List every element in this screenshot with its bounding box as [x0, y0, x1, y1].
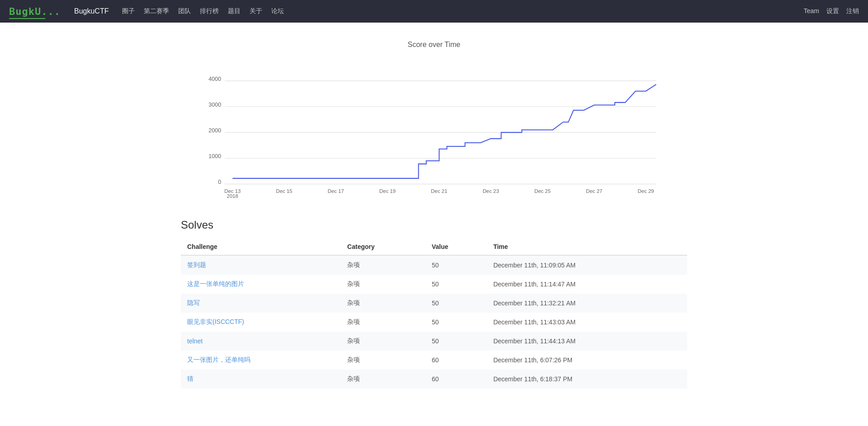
category-cell: 杂项: [341, 313, 425, 332]
challenge-link[interactable]: 眼见非实(ISCCCTF): [181, 313, 341, 332]
challenge-link[interactable]: 签到题: [181, 255, 341, 275]
table-body: 签到题杂项50December 11th, 11:09:05 AM这是一张单纯的…: [181, 255, 687, 389]
svg-text:Dec 27: Dec 27: [586, 188, 602, 194]
value-cell: 60: [425, 351, 487, 370]
value-cell: 50: [425, 332, 487, 351]
value-cell: 50: [425, 313, 487, 332]
value-cell: 50: [425, 294, 487, 313]
nav-brand: BugkuCTF: [74, 7, 108, 15]
nav-right: Team 设置 注销: [804, 7, 859, 15]
col-challenge: Challenge: [181, 239, 341, 255]
score-line: [232, 84, 656, 178]
col-time: Time: [487, 239, 687, 255]
table-row: 签到题杂项50December 11th, 11:09:05 AM: [181, 255, 687, 275]
challenge-link[interactable]: 猜: [181, 370, 341, 389]
svg-text:Dec 17: Dec 17: [328, 188, 344, 194]
svg-text:4000: 4000: [208, 76, 221, 82]
category-cell: 杂项: [341, 351, 425, 370]
challenge-link[interactable]: telnet: [181, 332, 341, 351]
value-cell: 60: [425, 370, 487, 389]
category-cell: 杂项: [341, 275, 425, 294]
challenge-link[interactable]: 隐写: [181, 294, 341, 313]
solves-title: Solves: [181, 219, 687, 231]
time-cell: December 11th, 11:09:05 AM: [487, 255, 687, 275]
category-cell: 杂项: [341, 255, 425, 275]
svg-text:1000: 1000: [208, 153, 221, 159]
nav-link-about[interactable]: 关于: [250, 7, 262, 15]
table-row: 这是一张单纯的图片杂项50December 11th, 11:14:47 AM: [181, 275, 687, 294]
challenge-link[interactable]: 这是一张单纯的图片: [181, 275, 341, 294]
nav-logo: BugkU...: [9, 6, 61, 17]
category-cell: 杂项: [341, 370, 425, 389]
time-cell: December 11th, 11:43:03 AM: [487, 313, 687, 332]
nav-link-rank[interactable]: 排行榜: [200, 7, 219, 15]
svg-text:3000: 3000: [208, 102, 221, 108]
challenge-link[interactable]: 又一张图片，还单纯吗: [181, 351, 341, 370]
category-cell: 杂项: [341, 332, 425, 351]
value-cell: 50: [425, 275, 487, 294]
svg-text:0: 0: [218, 179, 221, 185]
svg-text:2000: 2000: [208, 127, 221, 134]
nav-link-challenges[interactable]: 题目: [228, 7, 241, 15]
logo-underline: [9, 18, 45, 19]
logo-text: BugkU...: [9, 6, 61, 17]
svg-text:Dec 13: Dec 13: [224, 188, 241, 194]
nav-link-team[interactable]: 团队: [178, 7, 191, 15]
nav-links: 圈子 第二赛季 团队 排行榜 题目 关于 论坛: [122, 7, 803, 15]
col-category: Category: [341, 239, 425, 255]
time-cell: December 11th, 11:14:47 AM: [487, 275, 687, 294]
score-chart: 0 1000 2000 3000 4000 Dec 13 2018 Dec 15…: [181, 56, 687, 201]
svg-text:Dec 19: Dec 19: [379, 188, 396, 194]
svg-text:Dec 15: Dec 15: [276, 188, 292, 194]
nav-logout-link[interactable]: 注销: [846, 7, 859, 15]
nav-link-season2[interactable]: 第二赛季: [144, 7, 169, 15]
time-cell: December 11th, 6:07:26 PM: [487, 351, 687, 370]
chart-title: Score over Time: [181, 41, 687, 49]
svg-text:Dec 29: Dec 29: [638, 188, 654, 194]
table-row: telnet杂项50December 11th, 11:44:13 AM: [181, 332, 687, 351]
svg-text:Dec 25: Dec 25: [534, 188, 551, 194]
time-cell: December 11th, 11:44:13 AM: [487, 332, 687, 351]
nav-link-forum[interactable]: 论坛: [271, 7, 284, 15]
col-value: Value: [425, 239, 487, 255]
main-content: Score over Time 0 1000 2000 3000 4000 De…: [163, 23, 705, 398]
solves-table: Challenge Category Value Time 签到题杂项50Dec…: [181, 239, 687, 389]
table-header: Challenge Category Value Time: [181, 239, 687, 255]
nav-link-quanzi[interactable]: 圈子: [122, 7, 135, 15]
time-cell: December 11th, 11:32:21 AM: [487, 294, 687, 313]
value-cell: 50: [425, 255, 487, 275]
table-row: 眼见非实(ISCCCTF)杂项50December 11th, 11:43:03…: [181, 313, 687, 332]
time-cell: December 11th, 6:18:37 PM: [487, 370, 687, 389]
nav-team-link[interactable]: Team: [804, 7, 819, 15]
table-row: 又一张图片，还单纯吗杂项60December 11th, 6:07:26 PM: [181, 351, 687, 370]
table-row: 隐写杂项50December 11th, 11:32:21 AM: [181, 294, 687, 313]
svg-text:Dec 21: Dec 21: [431, 188, 447, 194]
navbar: BugkU... BugkuCTF 圈子 第二赛季 团队 排行榜 题目 关于 论…: [0, 0, 868, 23]
category-cell: 杂项: [341, 294, 425, 313]
nav-settings-link[interactable]: 设置: [826, 7, 839, 15]
solves-section: Solves Challenge Category Value Time 签到题…: [181, 219, 687, 389]
table-header-row: Challenge Category Value Time: [181, 239, 687, 255]
table-row: 猜杂项60December 11th, 6:18:37 PM: [181, 370, 687, 389]
svg-text:Dec 23: Dec 23: [483, 188, 499, 194]
svg-text:2018: 2018: [227, 193, 238, 199]
chart-container: Score over Time 0 1000 2000 3000 4000 De…: [181, 41, 687, 201]
chart-wrapper: 0 1000 2000 3000 4000 Dec 13 2018 Dec 15…: [181, 56, 687, 201]
